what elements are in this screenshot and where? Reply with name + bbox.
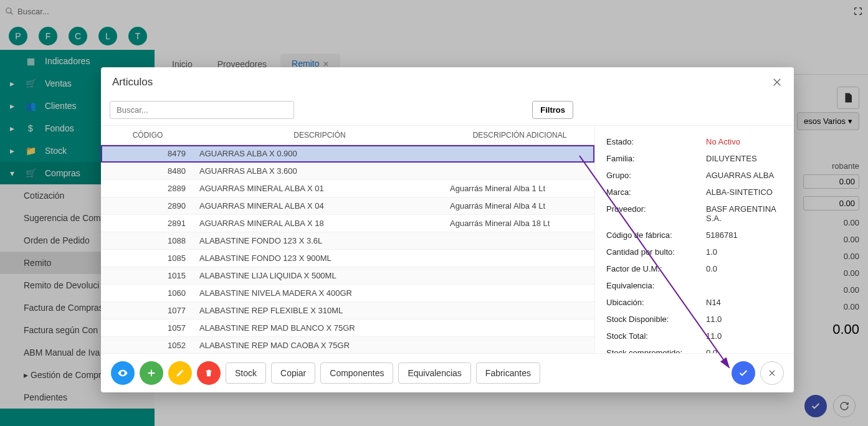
detail-label: Estado:: [606, 137, 706, 146]
detail-value: 1.0: [706, 247, 783, 257]
copiar-button[interactable]: Copiar: [271, 362, 315, 384]
table-row[interactable]: 1077ALABASTINE REP FLEXIBLE X 310ML: [101, 302, 594, 320]
fabricantes-button[interactable]: Fabricantes: [476, 362, 540, 384]
cell-code: 2889: [101, 180, 194, 197]
componentes-button[interactable]: Componentes: [320, 362, 393, 384]
cell-desc2: [445, 250, 594, 267]
modal-search-input[interactable]: [110, 101, 294, 119]
modal-close-button[interactable]: [771, 77, 783, 88]
cell-code: 1057: [101, 320, 194, 337]
cell-code: 1085: [101, 250, 194, 267]
detail-label: Código de fábrica:: [606, 230, 706, 240]
cell-desc2: [445, 163, 594, 180]
cell-desc2: Aguarrás Mineral Alba 4 Lt: [445, 197, 594, 215]
table-row[interactable]: 1060ALABASTINE NIVELA MADERA X 400GR: [101, 285, 594, 302]
detail-label: Factor de U.M.:: [606, 264, 706, 273]
add-button[interactable]: [140, 361, 163, 385]
cell-code: 1052: [101, 337, 194, 354]
stock-button[interactable]: Stock: [226, 362, 266, 384]
filters-button[interactable]: Filtros: [532, 101, 573, 119]
detail-value: [706, 281, 783, 290]
cell-desc: ALABASTINE REP MAD CAOBA X 75GR: [194, 337, 445, 354]
articles-grid[interactable]: CÓDIGO DESCRIPCIÓN DESCRIPCIÓN ADICIONAL…: [101, 126, 594, 353]
detail-value: 11.0: [706, 315, 783, 324]
table-row[interactable]: 8479AGUARRAS ALBA X 0.900: [101, 145, 594, 163]
cell-desc2: [445, 145, 594, 163]
detail-value: AGUARRAS ALBA: [706, 171, 783, 180]
col-desc: DESCRIPCIÓN: [194, 126, 445, 145]
cell-code: 1015: [101, 267, 194, 285]
detail-label: Proveedor:: [606, 204, 706, 223]
table-row[interactable]: 1088ALABASTINE FONDO 123 X 3.6L: [101, 232, 594, 250]
detail-value: N14: [706, 298, 783, 307]
cell-desc2: Aguarrás Mineral Alba 1 Lt: [445, 180, 594, 197]
detail-value: 5186781: [706, 230, 783, 240]
cell-code: 8480: [101, 163, 194, 180]
table-row[interactable]: 1085ALABASTINE FONDO 123 X 900ML: [101, 250, 594, 267]
cell-desc2: [445, 285, 594, 302]
table-row[interactable]: 1057ALABASTINE REP MAD BLANCO X 75GR: [101, 320, 594, 337]
cell-desc: AGUARRAS MINERAL ALBA X 04: [194, 197, 445, 215]
table-row[interactable]: 2889AGUARRAS MINERAL ALBA X 01Aguarrás M…: [101, 180, 594, 197]
cell-desc2: [445, 302, 594, 320]
cell-desc: AGUARRAS ALBA X 3.600: [194, 163, 445, 180]
cell-desc2: Aguarrás Mineral Alba 18 Lt: [445, 215, 594, 232]
cell-desc2: [445, 337, 594, 354]
detail-label: Stock comprometido:: [606, 348, 706, 353]
table-row[interactable]: 1015ALABASTINE LIJA LIQUIDA X 500ML: [101, 267, 594, 285]
col-desc2: DESCRIPCIÓN ADICIONAL: [445, 126, 594, 145]
equivalencias-button[interactable]: Equivalencias: [398, 362, 470, 384]
cell-desc: AGUARRAS MINERAL ALBA X 01: [194, 180, 445, 197]
detail-label: Marca:: [606, 187, 706, 197]
detail-label: Stock Total:: [606, 331, 706, 341]
cell-desc: ALABASTINE REP FLEXIBLE X 310ML: [194, 302, 445, 320]
cell-desc: ALABASTINE FONDO 123 X 3.6L: [194, 232, 445, 250]
col-code: CÓDIGO: [101, 126, 194, 145]
cell-code: 2891: [101, 215, 194, 232]
cell-code: 1060: [101, 285, 194, 302]
detail-label: Ubicación:: [606, 298, 706, 307]
detail-value: DILUYENTES: [706, 154, 783, 163]
cancel-button[interactable]: [760, 361, 784, 385]
detail-value: 0.0: [706, 348, 783, 353]
article-detail: Estado:No ActivoFamilia:DILUYENTESGrupo:…: [594, 126, 794, 353]
table-row[interactable]: 2891AGUARRAS MINERAL ALBA X 18Aguarrás M…: [101, 215, 594, 232]
cell-desc: AGUARRAS ALBA X 0.900: [194, 145, 445, 163]
detail-value: ALBA-SINTETICO: [706, 187, 783, 197]
table-row[interactable]: 2890AGUARRAS MINERAL ALBA X 04Aguarrás M…: [101, 197, 594, 215]
cell-code: 2890: [101, 197, 194, 215]
cell-code: 8479: [101, 145, 194, 163]
cell-desc: ALABASTINE NIVELA MADERA X 400GR: [194, 285, 445, 302]
cell-desc: ALABASTINE REP MAD BLANCO X 75GR: [194, 320, 445, 337]
view-button[interactable]: [111, 361, 135, 385]
cell-desc2: [445, 267, 594, 285]
detail-label: Stock Disponible:: [606, 315, 706, 324]
cell-desc: ALABASTINE LIJA LIQUIDA X 500ML: [194, 267, 445, 285]
detail-label: Equivalencia:: [606, 281, 706, 290]
detail-label: Familia:: [606, 154, 706, 163]
cell-code: 1088: [101, 232, 194, 250]
detail-value: 0.0: [706, 264, 783, 273]
detail-label: Cantidad por bulto:: [606, 247, 706, 257]
detail-label: Grupo:: [606, 171, 706, 180]
cell-desc: AGUARRAS MINERAL ALBA X 18: [194, 215, 445, 232]
accept-button[interactable]: [732, 361, 755, 385]
delete-button[interactable]: [197, 361, 221, 385]
modal-title: Articulos: [112, 76, 153, 88]
table-row[interactable]: 8480AGUARRAS ALBA X 3.600: [101, 163, 594, 180]
table-row[interactable]: 1052ALABASTINE REP MAD CAOBA X 75GR: [101, 337, 594, 354]
detail-value: 11.0: [706, 331, 783, 341]
detail-value: No Activo: [706, 137, 783, 146]
cell-code: 1077: [101, 302, 194, 320]
articles-modal: Articulos Filtros CÓDIGO DESCRIPCIÓN DES…: [101, 67, 794, 392]
edit-button[interactable]: [168, 361, 192, 385]
cell-desc: ALABASTINE FONDO 123 X 900ML: [194, 250, 445, 267]
cell-desc2: [445, 320, 594, 337]
cell-desc2: [445, 232, 594, 250]
detail-value: BASF ARGENTINA S.A.: [706, 204, 783, 223]
